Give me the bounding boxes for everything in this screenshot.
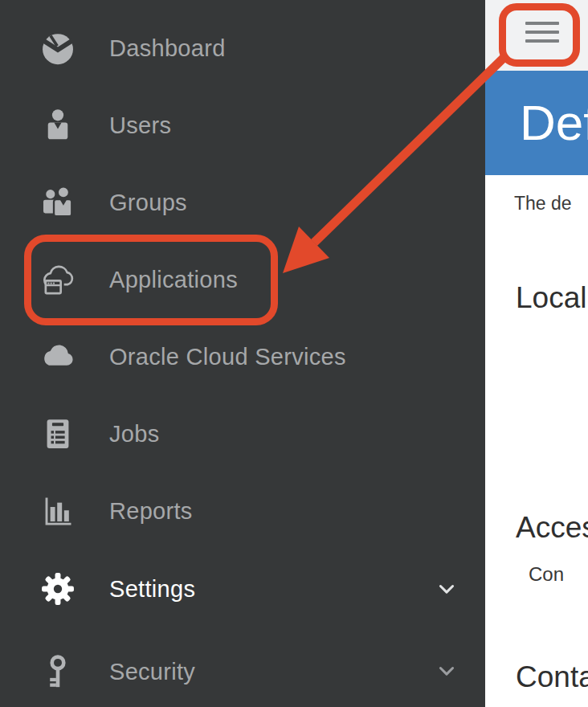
- sidebar-item-groups[interactable]: Groups: [0, 177, 485, 228]
- sidebar: Dashboard Users: [0, 0, 485, 707]
- app-window: Dashboard Users: [0, 0, 588, 707]
- bar-chart-icon: [39, 492, 77, 530]
- hamburger-bar: [525, 22, 559, 25]
- sidebar-item-dashboard[interactable]: Dashboard: [0, 22, 485, 74]
- intro-text: The de: [514, 193, 572, 215]
- gear-icon: [39, 570, 77, 608]
- groups-icon: [39, 183, 77, 222]
- hamburger-bar: [525, 31, 559, 34]
- cloud-icon: [39, 337, 77, 376]
- sidebar-item-oracle-cloud-services[interactable]: Oracle Cloud Services: [0, 331, 485, 382]
- sidebar-item-label: Users: [109, 112, 171, 139]
- sidebar-item-jobs[interactable]: Jobs: [0, 408, 485, 460]
- sidebar-item-label: Groups: [109, 190, 187, 216]
- user-icon: [39, 106, 77, 145]
- sidebar-item-label: Jobs: [109, 421, 159, 447]
- section-sub-item: Con: [529, 563, 564, 586]
- sidebar-item-settings[interactable]: Settings: [0, 563, 485, 615]
- dashboard-gauge-icon: [39, 29, 77, 67]
- clipboard-list-icon: [39, 415, 77, 453]
- sidebar-item-label: Oracle Cloud Services: [109, 344, 346, 370]
- sidebar-item-applications[interactable]: Applications: [0, 254, 485, 305]
- sidebar-item-users[interactable]: Users: [0, 100, 485, 151]
- sidebar-item-label: Settings: [109, 576, 195, 603]
- cloud-app-icon: [39, 260, 77, 299]
- page-header: Def: [485, 71, 588, 175]
- sidebar-item-reports[interactable]: Reports: [0, 485, 485, 537]
- top-bar: [485, 0, 588, 71]
- hamburger-menu-button[interactable]: [525, 22, 559, 43]
- sidebar-item-label: Reports: [109, 498, 193, 525]
- main-content: Def The de Local Acces Con Conta: [485, 0, 588, 707]
- section-heading-contact: Conta: [516, 660, 588, 694]
- sidebar-item-label: Applications: [109, 267, 238, 293]
- sidebar-item-label: Dashboard: [109, 35, 226, 62]
- chevron-down-icon[interactable]: [435, 578, 458, 600]
- chevron-down-icon[interactable]: [435, 660, 458, 682]
- key-icon: [39, 652, 77, 691]
- section-heading-access: Acces: [516, 511, 588, 545]
- section-heading-local: Local: [516, 281, 586, 315]
- hamburger-bar: [525, 39, 559, 43]
- sidebar-item-label: Security: [109, 659, 195, 685]
- page-title: Def: [520, 71, 588, 175]
- sidebar-item-security[interactable]: Security: [0, 646, 485, 697]
